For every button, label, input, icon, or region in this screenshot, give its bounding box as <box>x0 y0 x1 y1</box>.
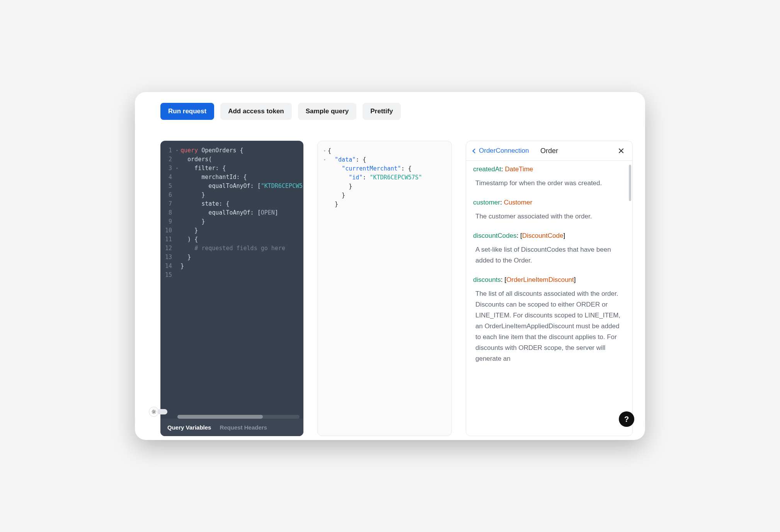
chevron-left-icon <box>472 148 477 153</box>
editor-line[interactable]: 14} <box>163 262 303 271</box>
fold-toggle <box>174 226 180 235</box>
field-signature[interactable]: discounts: [OrderLineItemDiscount] <box>473 276 625 284</box>
svg-line-7 <box>152 413 153 413</box>
editor-scrollbar-thumb[interactable] <box>177 415 263 419</box>
run-request-button[interactable]: Run request <box>160 103 214 120</box>
svg-line-8 <box>155 410 155 411</box>
editor-line[interactable]: 1▾query OpenOrders { <box>163 146 303 155</box>
fold-toggle <box>322 173 328 182</box>
fold-toggle <box>174 217 180 226</box>
tab-request-headers[interactable]: Request Headers <box>220 424 267 431</box>
fold-toggle <box>174 244 180 253</box>
response-viewer[interactable]: ▾{▾ "data": { "currentMerchant": { "id":… <box>318 141 451 214</box>
fold-toggle <box>174 200 180 208</box>
docs-back-button[interactable]: OrderConnection <box>473 147 529 155</box>
editor-horizontal-scrollbar[interactable] <box>177 415 300 419</box>
field-name[interactable]: createdAt <box>473 165 501 173</box>
line-number: 13 <box>163 253 174 262</box>
docs-close-button[interactable] <box>617 147 625 155</box>
field-signature[interactable]: customer: Customer <box>473 199 625 206</box>
line-number: 8 <box>163 208 174 217</box>
code-text: equalToAnyOf: ["KTDR6CEPCW5 <box>180 182 303 191</box>
field-description: Timestamp for when the order was created… <box>473 178 625 189</box>
add-access-token-button[interactable]: Add access token <box>220 103 292 120</box>
line-number: 3 <box>163 164 174 173</box>
fold-toggle[interactable]: ▾ <box>322 155 328 164</box>
field-type-link[interactable]: OrderLineItemDiscount <box>506 276 574 283</box>
line-number: 12 <box>163 244 174 253</box>
line-number: 15 <box>163 271 174 280</box>
field-type-link[interactable]: DiscountCode <box>522 232 564 239</box>
theme-toggle-track[interactable] <box>157 409 167 414</box>
response-panel: ▾{▾ "data": { "currentMerchant": { "id":… <box>317 141 452 436</box>
editor-line[interactable]: 5 equalToAnyOf: ["KTDR6CEPCW5 <box>163 182 303 191</box>
editor-line[interactable]: 8 equalToAnyOf: [OPEN] <box>163 208 303 217</box>
fold-toggle <box>174 191 180 200</box>
editor-line[interactable]: 15 <box>163 271 303 280</box>
code-text: filter: { <box>180 164 303 173</box>
svg-point-0 <box>153 411 155 413</box>
editor-line[interactable]: 6 } <box>163 191 303 200</box>
docs-header: OrderConnection Order <box>466 141 632 161</box>
docs-scrollbar-thumb[interactable] <box>629 165 631 201</box>
editor-bottom-tabs: Query Variables Request Headers <box>160 419 303 436</box>
editor-line[interactable]: 3▾ filter: { <box>163 164 303 173</box>
fold-toggle <box>174 173 180 182</box>
code-text: ) { <box>180 235 303 244</box>
theme-toggle[interactable] <box>149 407 167 417</box>
code-text: } <box>180 217 303 226</box>
response-text: "data": { <box>328 155 448 164</box>
field-name[interactable]: discountCodes <box>473 232 516 239</box>
line-number: 9 <box>163 217 174 226</box>
fold-toggle <box>174 253 180 262</box>
editor-line[interactable]: 12 # requested fields go here <box>163 244 303 253</box>
editor-line[interactable]: 11 ) { <box>163 235 303 244</box>
app-window: Run request Add access token Sample quer… <box>135 92 645 440</box>
field-type-link[interactable]: Customer <box>504 199 532 206</box>
field-type-link[interactable]: DateTime <box>505 165 533 173</box>
code-text: } <box>180 262 303 271</box>
docs-back-label: OrderConnection <box>479 147 529 155</box>
sample-query-button[interactable]: Sample query <box>298 103 357 120</box>
field-name[interactable]: discounts <box>473 276 501 283</box>
line-number: 11 <box>163 235 174 244</box>
toolbar: Run request Add access token Sample quer… <box>135 92 645 124</box>
editor-line[interactable]: 2 orders( <box>163 155 303 164</box>
response-line: } <box>322 191 448 200</box>
field-name[interactable]: customer <box>473 199 500 206</box>
line-number: 14 <box>163 262 174 271</box>
editor-line[interactable]: 10 } <box>163 226 303 235</box>
fold-toggle[interactable]: ▾ <box>174 146 180 155</box>
editor-line[interactable]: 13 } <box>163 253 303 262</box>
line-number: 5 <box>163 182 174 191</box>
response-text: } <box>328 200 448 209</box>
docs-field: discountCodes: [DiscountCode]A set-like … <box>473 232 625 266</box>
field-signature[interactable]: createdAt: DateTime <box>473 165 625 173</box>
editor-line[interactable]: 7 state: { <box>163 200 303 208</box>
field-description: A set-like list of DiscountCodes that ha… <box>473 244 625 266</box>
docs-panel: OrderConnection Order createdAt: DateTim… <box>466 141 633 436</box>
editor-line[interactable]: 9 } <box>163 217 303 226</box>
fold-toggle <box>322 164 328 173</box>
code-text: state: { <box>180 200 303 208</box>
code-text: equalToAnyOf: [OPEN] <box>180 208 303 217</box>
code-text: merchantId: { <box>180 173 303 182</box>
query-editor[interactable]: 1▾query OpenOrders {2 orders(3▾ filter: … <box>160 141 303 415</box>
tab-query-variables[interactable]: Query Variables <box>167 424 211 431</box>
response-text: { <box>328 147 448 155</box>
fold-toggle <box>322 182 328 191</box>
response-text: "currentMerchant": { <box>328 164 448 173</box>
fold-toggle[interactable]: ▾ <box>174 164 180 173</box>
docs-body[interactable]: createdAt: DateTimeTimestamp for when th… <box>466 161 632 436</box>
close-icon <box>618 148 624 154</box>
panels-container: 1▾query OpenOrders {2 orders(3▾ filter: … <box>135 124 645 440</box>
fold-toggle <box>174 262 180 271</box>
fold-toggle[interactable]: ▾ <box>322 147 328 155</box>
prettify-button[interactable]: Prettify <box>363 103 401 120</box>
help-button[interactable]: ? <box>619 411 634 427</box>
field-signature[interactable]: discountCodes: [DiscountCode] <box>473 232 625 240</box>
response-text: "id": "KTDR6CEPCW57S" <box>328 173 448 182</box>
docs-field: customer: CustomerThe customer associate… <box>473 199 625 222</box>
editor-line[interactable]: 4 merchantId: { <box>163 173 303 182</box>
response-line: "id": "KTDR6CEPCW57S" <box>322 173 448 182</box>
